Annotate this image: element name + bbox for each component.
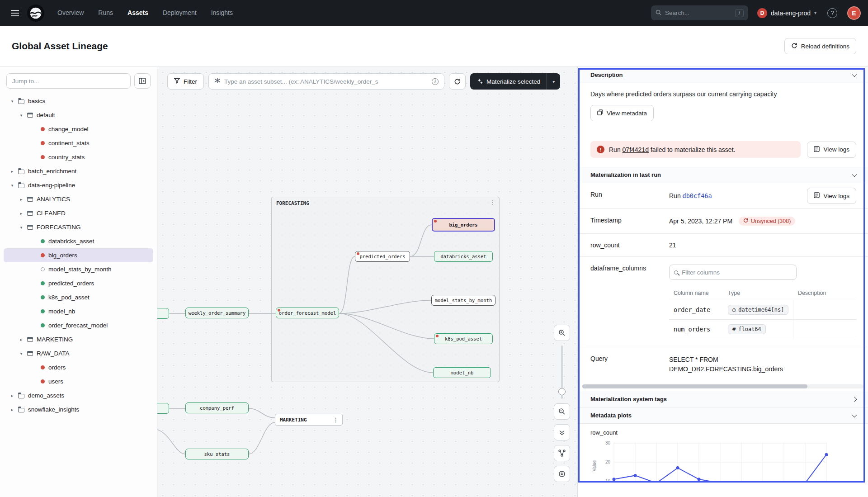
tree-caret-icon[interactable]: ▸ bbox=[10, 407, 14, 412]
info-icon[interactable]: i bbox=[432, 78, 439, 85]
tree-caret-icon[interactable]: ▸ bbox=[10, 169, 14, 174]
asset-node[interactable]: big_orders bbox=[432, 218, 495, 232]
nav-item[interactable]: Deployment bbox=[157, 0, 203, 26]
tree-item[interactable]: k8s_pod_asset bbox=[4, 290, 153, 304]
asset-node[interactable]: sku_stats bbox=[185, 449, 249, 459]
materialize-dropdown-button[interactable]: ▾ bbox=[547, 73, 560, 90]
tree-item[interactable]: ▾ default bbox=[4, 108, 153, 122]
scrollbar-thumb[interactable] bbox=[582, 384, 807, 388]
sidebar-collapse-button[interactable] bbox=[134, 73, 151, 89]
tree-caret-icon[interactable]: ▸ bbox=[10, 393, 14, 398]
query-label: Query bbox=[590, 347, 668, 382]
tree-item[interactable]: ▸ demo_assets bbox=[4, 388, 153, 402]
recenter-view-button[interactable] bbox=[554, 466, 570, 482]
view-logs-button[interactable]: View logs bbox=[807, 188, 856, 204]
failed-run-link[interactable]: 07f4421d bbox=[623, 146, 649, 153]
lineage-canvas[interactable]: Filter i Materialize selected ▾ bbox=[157, 67, 577, 497]
filter-columns-input[interactable] bbox=[682, 269, 792, 276]
dagster-logo-icon[interactable] bbox=[27, 5, 44, 22]
asset-node[interactable] bbox=[157, 308, 169, 319]
global-search[interactable]: / bbox=[651, 5, 748, 20]
tree-item[interactable]: ▾ data-eng-pipeline bbox=[4, 178, 153, 192]
tree-item[interactable]: predicted_orders bbox=[4, 276, 153, 290]
jump-to-input[interactable] bbox=[6, 73, 131, 89]
asset-subset-input[interactable] bbox=[224, 78, 428, 85]
section-metadata-plots[interactable]: Metadata plots bbox=[578, 407, 868, 424]
nav-item[interactable]: Insights bbox=[205, 0, 239, 26]
table-row[interactable]: num_orders # float64 bbox=[669, 320, 856, 339]
asset-tree-sidebar: ▾ basics ▾ default change_model continen… bbox=[0, 67, 157, 497]
asset-node[interactable]: model_nb bbox=[433, 367, 491, 378]
zoom-in-button[interactable] bbox=[554, 325, 570, 341]
deployment-switcher[interactable]: D data-eng-prod ▾ bbox=[757, 8, 816, 18]
asset-node[interactable]: model_stats_by_month bbox=[431, 295, 495, 306]
nav-item[interactable]: Assets bbox=[122, 0, 154, 26]
tree-item[interactable]: users bbox=[4, 374, 153, 388]
relayout-graph-button[interactable] bbox=[554, 445, 570, 461]
tree-item[interactable]: ▸ ANALYTICS bbox=[4, 192, 153, 206]
tree-item[interactable]: ▸ batch_enrichment bbox=[4, 164, 153, 178]
tree-caret-icon[interactable]: ▾ bbox=[19, 113, 24, 118]
tree-caret-icon[interactable]: ▾ bbox=[10, 183, 14, 188]
filter-columns-box[interactable] bbox=[669, 265, 797, 280]
filter-button[interactable]: Filter bbox=[167, 73, 204, 90]
metadata-plot-block: row_count 102030Value bbox=[578, 424, 868, 484]
tree-item[interactable]: orders bbox=[4, 360, 153, 374]
tree-item[interactable]: ▾ RAW_DATA bbox=[4, 346, 153, 360]
asset-group-marketing[interactable]: MARKETING ⋮ bbox=[275, 414, 343, 426]
section-system-tags[interactable]: Materialization system tags bbox=[578, 391, 868, 407]
group-expand-icon[interactable]: ⋮ bbox=[333, 417, 339, 423]
tree-caret-icon[interactable]: ▸ bbox=[19, 337, 24, 342]
zoom-slider-handle[interactable] bbox=[558, 388, 566, 395]
nav-item[interactable]: Overview bbox=[52, 0, 90, 26]
tree-item-label: predicted_orders bbox=[48, 280, 94, 287]
asset-node[interactable]: predicted_orders bbox=[355, 251, 410, 262]
tree-item[interactable]: ▸ CLEANED bbox=[4, 206, 153, 220]
tree-item[interactable]: ▸ snowflake_insights bbox=[4, 402, 153, 417]
tree-item[interactable]: continent_stats bbox=[4, 136, 153, 150]
unsynced-badge[interactable]: Unsynced (308) bbox=[739, 217, 795, 226]
asset-node[interactable]: weekly_order_summary bbox=[185, 308, 249, 318]
asset-subset-input-box[interactable]: i bbox=[208, 73, 444, 90]
asset-node[interactable]: k8s_pod_asset bbox=[434, 333, 493, 344]
tree-item[interactable]: ▾ basics bbox=[4, 94, 153, 108]
tree-item[interactable]: model_nb bbox=[4, 304, 153, 318]
reload-definitions-button[interactable]: Reload definitions bbox=[784, 38, 856, 54]
asset-node[interactable] bbox=[157, 403, 169, 414]
table-row[interactable]: order_date ◷ datetime64[ns] bbox=[669, 300, 856, 320]
user-avatar[interactable]: E bbox=[847, 6, 861, 20]
nav-item[interactable]: Runs bbox=[92, 0, 119, 26]
run-id-link[interactable]: db0cf46a bbox=[683, 192, 712, 199]
asset-node[interactable]: company_perf bbox=[185, 402, 249, 413]
view-metadata-button[interactable]: View metadata bbox=[590, 105, 654, 121]
type-badge: # float64 bbox=[728, 324, 766, 334]
tree-item[interactable]: ▸ MARKETING bbox=[4, 332, 153, 346]
tree-item[interactable]: big_orders bbox=[4, 248, 153, 262]
horizontal-scrollbar[interactable] bbox=[582, 384, 863, 388]
tree-item[interactable]: country_stats bbox=[4, 150, 153, 164]
section-description[interactable]: Description bbox=[578, 67, 868, 83]
tree-item[interactable]: change_model bbox=[4, 122, 153, 136]
collapse-groups-button[interactable] bbox=[554, 424, 570, 440]
zoom-out-button[interactable] bbox=[554, 403, 570, 420]
search-input[interactable] bbox=[665, 9, 731, 16]
materialize-selected-button[interactable]: Materialize selected bbox=[470, 73, 547, 90]
section-materialization[interactable]: Materialization in last run bbox=[578, 167, 868, 183]
column-header: Type bbox=[723, 286, 793, 300]
tree-item[interactable]: ▾ FORECASTING bbox=[4, 220, 153, 234]
tree-item[interactable]: order_forecast_model bbox=[4, 318, 153, 332]
help-icon[interactable]: ? bbox=[827, 8, 837, 18]
tree-caret-icon[interactable]: ▾ bbox=[19, 351, 24, 356]
tree-caret-icon[interactable]: ▾ bbox=[19, 225, 24, 230]
asset-node[interactable]: order_forecast_model bbox=[276, 308, 339, 318]
tree-item[interactable]: databricks_asset bbox=[4, 234, 153, 248]
view-logs-button[interactable]: View logs bbox=[807, 142, 856, 158]
refresh-graph-button[interactable] bbox=[449, 73, 466, 90]
tree-item[interactable]: model_stats_by_month bbox=[4, 262, 153, 276]
tree-caret-icon[interactable]: ▸ bbox=[19, 197, 24, 202]
zoom-slider[interactable] bbox=[554, 346, 570, 399]
tree-caret-icon[interactable]: ▸ bbox=[19, 211, 24, 216]
tree-caret-icon[interactable]: ▾ bbox=[10, 99, 14, 104]
asset-node[interactable]: databricks_asset bbox=[434, 251, 493, 262]
menu-icon[interactable] bbox=[7, 5, 23, 21]
